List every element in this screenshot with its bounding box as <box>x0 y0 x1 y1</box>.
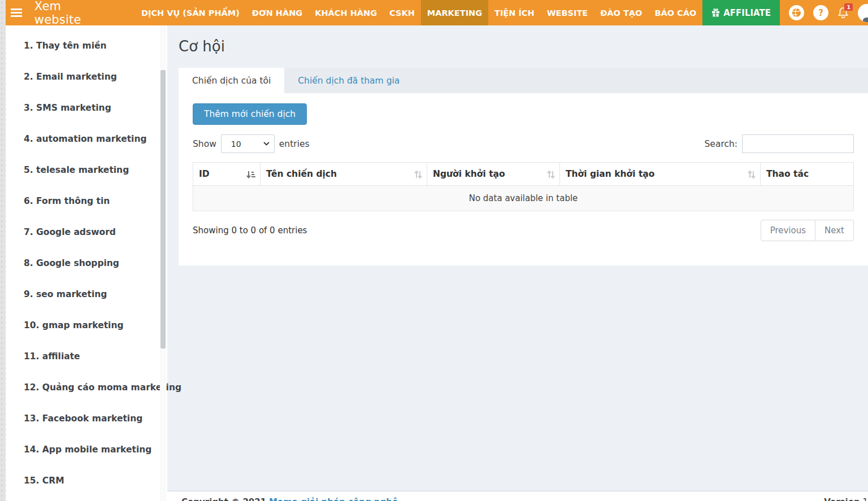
show-label: Show <box>193 139 216 149</box>
version-label: Version <box>824 497 860 501</box>
tab-bar: Chiến dịch của tôi Chiến dịch đã tham gi… <box>179 68 868 93</box>
hamburger-menu-icon[interactable] <box>6 0 28 25</box>
nav-item-bao-cao[interactable]: BÁO CÁO <box>648 0 702 25</box>
main-menu: DỊCH VỤ (SẢN PHẨM) ĐƠN HÀNG KHÁCH HÀNG C… <box>135 0 702 25</box>
sidebar-scrollbar-thumb[interactable] <box>160 70 166 348</box>
search-control: Search: <box>705 134 854 153</box>
nav-item-cskh[interactable]: CSKH <box>383 0 421 25</box>
globe-icon <box>792 8 801 18</box>
tab-chien-dich-cua-toi[interactable]: Chiến dịch của tôi <box>179 68 284 93</box>
campaigns-table: ID Tên chiến dịch <box>193 162 854 211</box>
help-icon[interactable]: ? <box>813 5 828 20</box>
sidebar-menu: 1. Thay tên miền 2. Email marketing 3. S… <box>6 25 167 496</box>
empty-table-row: No data available in table <box>193 186 854 211</box>
empty-table-message: No data available in table <box>193 186 854 211</box>
user-avatar[interactable] <box>858 4 868 22</box>
add-campaign-button[interactable]: Thêm mới chiến dịch <box>193 103 307 125</box>
question-mark-glyph: ? <box>818 8 823 18</box>
page-length-control: Show 10 entries <box>193 134 310 153</box>
pagination: Previous Next <box>761 220 854 241</box>
sidebar-item-form-thong-tin[interactable]: 6. Form thông tin <box>6 185 167 216</box>
column-header-ten-chien-dich[interactable]: Tên chiến dịch <box>261 163 427 186</box>
sidebar-item-app-mobile-marketing[interactable]: 14. App mobile marketing <box>6 434 167 465</box>
nav-item-dich-vu[interactable]: DỊCH VỤ (SẢN PHẨM) <box>135 0 246 25</box>
sidebar-item-seo-marketing[interactable]: 9. seo marketing <box>6 278 167 310</box>
nav-item-dao-tao[interactable]: ĐÀO TẠO <box>594 0 648 25</box>
sidebar-item-google-shopping[interactable]: 8. Google shopping <box>6 247 167 278</box>
column-header-thao-tac[interactable]: Thao tác <box>761 163 854 186</box>
sidebar-item-crm[interactable]: 15. CRM <box>6 465 167 496</box>
page-size-select[interactable]: 10 <box>221 134 275 153</box>
window-edge-strip <box>0 0 6 501</box>
column-creator-label: Người khởi tạo <box>433 169 505 179</box>
top-navbar: Xem website DỊCH VỤ (SẢN PHẨM) ĐƠN HÀNG … <box>6 0 868 25</box>
sort-both-icon <box>748 170 756 179</box>
table-footer: Showing 0 to 0 of 0 entries Previous Nex… <box>193 220 854 241</box>
sidebar-item-telesale-marketing[interactable]: 5. telesale marketing <box>6 154 167 185</box>
gift-icon <box>711 8 720 17</box>
sidebar-item-email-marketing[interactable]: 2. Email marketing <box>6 61 167 92</box>
company-link[interactable]: Moma giải pháp công nghệ <box>269 497 398 501</box>
sidebar-item-thay-ten-mien[interactable]: 1. Thay tên miền <box>6 30 167 61</box>
sidebar-item-sms-marketing[interactable]: 3. SMS marketing <box>6 92 167 123</box>
sidebar-item-automation-marketing[interactable]: 4. automation marketing <box>6 123 167 154</box>
main-content: Cơ hội Home > Danh sách chiến dịch Chiến… <box>167 25 868 501</box>
sidebar-item-gmap-marketing[interactable]: 10. gmap marketing <box>6 310 167 341</box>
entries-label: entries <box>279 139 310 149</box>
previous-page-button[interactable]: Previous <box>761 220 815 241</box>
notifications-button[interactable]: 1 <box>837 7 849 19</box>
navbar-right: AFFILIATE ? 1 <box>702 0 868 25</box>
campaign-panel: Thêm mới chiến dịch Show 10 entries Sear… <box>179 93 868 265</box>
version-text: Version 1 <box>824 497 868 501</box>
sort-both-icon <box>414 170 422 179</box>
sort-asc-icon <box>246 170 255 179</box>
language-globe-icon[interactable] <box>789 5 804 20</box>
sidebar: 1. Thay tên miền 2. Email marketing 3. S… <box>6 25 167 501</box>
nav-item-don-hang[interactable]: ĐƠN HÀNG <box>246 0 309 25</box>
column-created-time-label: Thời gian khởi tạo <box>566 169 654 179</box>
column-header-id[interactable]: ID <box>193 163 261 186</box>
entries-summary: Showing 0 to 0 of 0 entries <box>193 225 307 236</box>
sort-both-icon <box>547 170 555 179</box>
sidebar-scrollbar[interactable] <box>160 25 166 501</box>
sidebar-item-facebook-marketing[interactable]: 13. Facebook marketing <box>6 403 167 434</box>
brand-title[interactable]: Xem website <box>28 0 94 25</box>
version-value: 1 <box>862 497 868 501</box>
nav-item-website[interactable]: WEBSITE <box>541 0 594 25</box>
page-title: Cơ hội <box>167 25 868 55</box>
column-id-label: ID <box>199 169 210 179</box>
hamburger-icon <box>11 8 22 17</box>
affiliate-label: AFFILIATE <box>723 8 771 18</box>
next-page-button[interactable]: Next <box>815 220 854 241</box>
sidebar-item-quang-cao-moma[interactable]: 12. Quảng cáo moma marketing <box>6 372 167 403</box>
copyright-text: Copyright © 2021 <box>181 497 266 501</box>
table-header-row: ID Tên chiến dịch <box>193 163 854 186</box>
column-header-nguoi-khoi-tao[interactable]: Người khởi tạo <box>427 163 560 186</box>
column-actions-label: Thao tác <box>766 169 809 179</box>
notification-badge: 1 <box>844 3 853 11</box>
tab-chien-dich-da-tham-gia[interactable]: Chiến dịch đã tham gia <box>284 68 413 93</box>
nav-item-tien-ich[interactable]: TIỆN ÍCH <box>488 0 541 25</box>
nav-item-khach-hang[interactable]: KHÁCH HÀNG <box>309 0 383 25</box>
table-controls: Show 10 entries Search: <box>193 134 854 153</box>
sidebar-item-affiliate[interactable]: 11. affiliate <box>6 341 167 372</box>
search-input[interactable] <box>742 134 854 153</box>
column-header-thoi-gian-khoi-tao[interactable]: Thời gian khởi tạo <box>560 163 761 186</box>
app-footer: Copyright © 2021 Moma giải pháp công ngh… <box>167 491 868 501</box>
nav-item-marketing[interactable]: MARKETING <box>421 0 488 25</box>
column-name-label: Tên chiến dịch <box>266 169 337 179</box>
sidebar-item-google-adsword[interactable]: 7. Google adsword <box>6 216 167 247</box>
search-label: Search: <box>705 139 737 149</box>
affiliate-button[interactable]: AFFILIATE <box>702 0 780 25</box>
